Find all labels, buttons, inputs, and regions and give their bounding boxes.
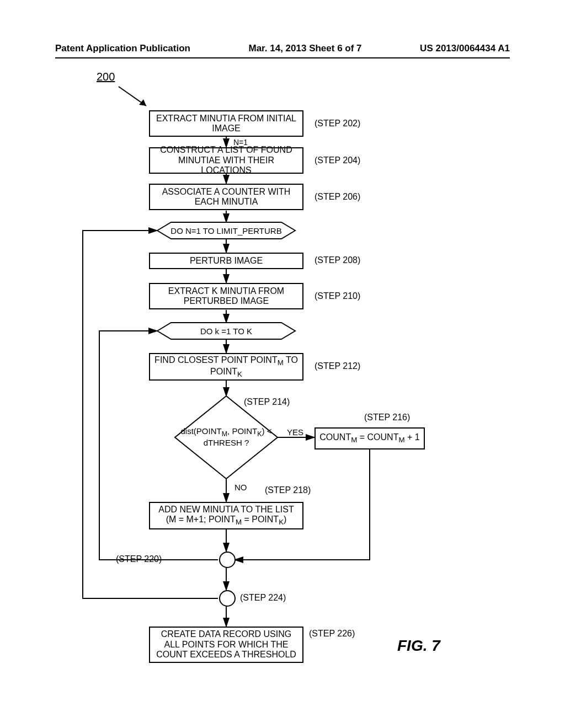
- step-202-box: EXTRACT MINUTIA FROM INITIAL IMAGE: [149, 110, 303, 137]
- header-left: Patent Application Publication: [55, 43, 190, 54]
- step-208-box: PERTURB IMAGE: [149, 253, 303, 269]
- step-212-label: (STEP 212): [315, 361, 360, 371]
- header-right: US 2013/0064434 A1: [420, 43, 510, 54]
- loop-k-hex: DO k =1 TO K: [157, 323, 295, 339]
- step-226-label: (STEP 226): [309, 629, 355, 639]
- connector-224: [219, 590, 236, 607]
- svg-marker-1: [139, 99, 146, 106]
- reference-numeral: 200: [97, 71, 115, 83]
- reference-arrow: [116, 84, 154, 111]
- step-210-label: (STEP 210): [315, 291, 360, 301]
- step-226-box: CREATE DATA RECORD USING ALL POINTS FOR …: [149, 627, 303, 663]
- header-mid: Mar. 14, 2013 Sheet 6 of 7: [249, 43, 362, 54]
- step-206-label: (STEP 206): [315, 192, 360, 202]
- step-208-text: PERTURB IMAGE: [190, 256, 263, 266]
- branch-yes: YES: [287, 427, 303, 437]
- step-202-text: EXTRACT MINUTIA FROM INITIAL IMAGE: [153, 114, 299, 134]
- step-226-text: CREATE DATA RECORD USING ALL POINTS FOR …: [153, 629, 299, 660]
- step-204-box: CONSTRUCT A LIST OF FOUND MINUTIAE WITH …: [149, 147, 303, 174]
- branch-no: NO: [234, 483, 247, 492]
- step-224-label: (STEP 224): [240, 593, 286, 603]
- step-210-text: EXTRACT K MINUTIA FROM PERTURBED IMAGE: [153, 286, 299, 307]
- page-header: Patent Application Publication Mar. 14, …: [55, 43, 510, 58]
- step-216-box: COUNTM = COUNTM + 1: [315, 427, 425, 449]
- step-212-box: FIND CLOSEST POINT POINTM TO POINTK: [149, 353, 303, 381]
- flowchart: EXTRACT MINUTIA FROM INITIAL IMAGE (STEP…: [83, 110, 480, 689]
- step-210-box: EXTRACT K MINUTIA FROM PERTURBED IMAGE: [149, 283, 303, 309]
- step-214-text: dist(POINTM, POINTK) < dTHRESH ?: [175, 427, 278, 447]
- step-216-text: COUNTM = COUNTM + 1: [319, 432, 419, 445]
- step-206-text: ASSOCIATE A COUNTER WITH EACH MINUTIA: [153, 187, 299, 207]
- step-204-label: (STEP 204): [315, 156, 360, 165]
- step-214-diamond: dist(POINTM, POINTK) < dTHRESH ?: [175, 396, 278, 479]
- step-220-label: (STEP 220): [116, 554, 162, 564]
- step-206-box: ASSOCIATE A COUNTER WITH EACH MINUTIA: [149, 184, 303, 210]
- step-218-label: (STEP 218): [265, 485, 311, 495]
- step-204-text: CONSTRUCT A LIST OF FOUND MINUTIAE WITH …: [153, 145, 299, 175]
- step-202-label: (STEP 202): [315, 119, 360, 129]
- step-218-box: ADD NEW MINUTIA TO THE LIST (M = M+1; PO…: [149, 502, 303, 529]
- connector-220: [219, 552, 236, 568]
- step-208-label: (STEP 208): [315, 255, 360, 265]
- loop-n-hex: DO N=1 TO LIMIT_PERTURB: [157, 222, 295, 239]
- loop-k-text: DO k =1 TO K: [200, 326, 252, 336]
- step-216-label: (STEP 216): [364, 413, 410, 422]
- step-218-text: ADD NEW MINUTIA TO THE LIST (M = M+1; PO…: [153, 505, 299, 527]
- loop-n-text: DO N=1 TO LIMIT_PERTURB: [170, 226, 281, 235]
- step-212-text: FIND CLOSEST POINT POINTM TO POINTK: [153, 355, 299, 379]
